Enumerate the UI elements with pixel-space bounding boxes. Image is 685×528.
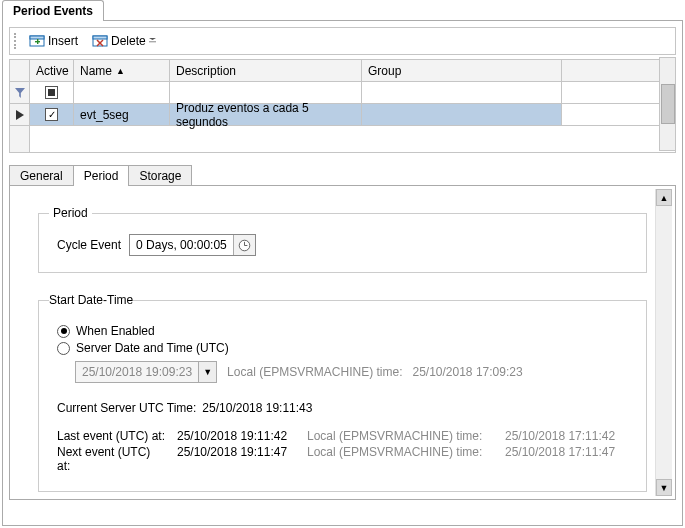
local-time-value: 25/10/2018 17:09:23 — [412, 365, 522, 379]
datetime-input[interactable]: 25/10/2018 19:09:23 ▼ — [75, 361, 217, 383]
cycle-event-input[interactable]: 0 Days, 00:00:05 — [129, 234, 256, 256]
gutter-header — [10, 60, 29, 82]
current-utc-label: Current Server UTC Time: — [57, 401, 196, 415]
cycle-event-label: Cycle Event — [57, 238, 121, 252]
svg-marker-10 — [15, 88, 25, 98]
detail-tabs: General Period Storage — [9, 165, 676, 186]
next-event-label: Next event (UTC) at: — [57, 445, 167, 473]
chevron-down-icon[interactable]: ▼ — [198, 362, 216, 382]
tab-general[interactable]: General — [9, 165, 74, 186]
outer-tab-period-events[interactable]: Period Events — [2, 0, 104, 21]
scroll-up-icon[interactable]: ▲ — [656, 189, 672, 206]
panel-scrollbar[interactable]: ▲ ▼ — [655, 189, 672, 496]
last-event-value: 25/10/2018 19:11:42 — [177, 429, 297, 443]
svg-rect-3 — [37, 39, 38, 44]
grid-scrollbar[interactable] — [659, 57, 676, 151]
next-local-label: Local (EPMSVRMACHINE) time: — [307, 445, 495, 473]
filter-row-icon[interactable] — [10, 82, 29, 104]
insert-button[interactable]: Insert — [24, 30, 83, 52]
radio-when-enabled[interactable]: When Enabled — [57, 324, 628, 338]
radio-icon-selected[interactable] — [57, 325, 70, 338]
svg-marker-11 — [16, 110, 24, 120]
tab-storage[interactable]: Storage — [129, 165, 192, 186]
active-checkbox[interactable]: ✓ — [45, 108, 58, 121]
svg-rect-9 — [149, 41, 156, 42]
dropdown-icon[interactable] — [149, 38, 157, 45]
events-grid: Active Name ▲ Description Group ✓ evt_5s… — [9, 59, 676, 153]
local-time-label: Local (EPMSVRMACHINE) time: — [227, 365, 402, 379]
table-row[interactable]: ✓ evt_5seg Produz eventos a cada 5 segun… — [30, 104, 675, 126]
insert-icon — [29, 33, 45, 49]
current-row-icon — [10, 104, 29, 126]
sort-asc-icon: ▲ — [116, 66, 125, 76]
delete-label: Delete — [111, 34, 146, 48]
grid-header: Active Name ▲ Description Group — [30, 60, 675, 82]
col-description[interactable]: Description — [170, 60, 362, 81]
clock-icon[interactable] — [233, 235, 255, 255]
main-panel: Insert Delete Active — [2, 20, 683, 526]
radio-icon-unselected[interactable] — [57, 342, 70, 355]
delete-button[interactable]: Delete — [87, 30, 162, 52]
svg-rect-5 — [93, 36, 107, 39]
col-group[interactable]: Group — [362, 60, 562, 81]
scroll-down-icon[interactable]: ▼ — [656, 479, 672, 496]
start-datetime-group: Start Date-Time When Enabled Server Date… — [38, 293, 647, 492]
filter-checkbox-icon[interactable] — [45, 86, 58, 99]
server-utc-label: Server Date and Time (UTC) — [76, 341, 229, 355]
toolbar: Insert Delete — [9, 27, 676, 55]
col-name[interactable]: Name ▲ — [74, 60, 170, 81]
sdt-legend: Start Date-Time — [49, 293, 133, 307]
cell-description[interactable]: Produz eventos a cada 5 segundos — [170, 104, 362, 125]
cycle-event-value: 0 Days, 00:00:05 — [130, 238, 233, 252]
scrollbar-thumb[interactable] — [661, 84, 675, 124]
radio-server-utc[interactable]: Server Date and Time (UTC) — [57, 341, 628, 355]
filter-active[interactable] — [30, 82, 74, 103]
svg-marker-8 — [149, 38, 156, 40]
tab-period-panel: Period Cycle Event 0 Days, 00:00:05 Star… — [9, 185, 676, 500]
last-local-label: Local (EPMSVRMACHINE) time: — [307, 429, 495, 443]
when-enabled-label: When Enabled — [76, 324, 155, 338]
cell-name[interactable]: evt_5seg — [74, 104, 170, 125]
toolbar-grip-icon — [14, 33, 18, 49]
svg-rect-1 — [30, 36, 44, 39]
next-local-value: 25/10/2018 17:11:47 — [505, 445, 615, 473]
current-utc-value: 25/10/2018 19:11:43 — [202, 401, 312, 415]
grid-gutter — [10, 60, 30, 152]
period-legend: Period — [49, 206, 92, 220]
period-group: Period Cycle Event 0 Days, 00:00:05 — [38, 206, 647, 273]
col-name-label: Name — [80, 64, 112, 78]
filter-name[interactable] — [74, 82, 170, 103]
datetime-value: 25/10/2018 19:09:23 — [76, 365, 198, 379]
cell-active[interactable]: ✓ — [30, 104, 74, 125]
insert-label: Insert — [48, 34, 78, 48]
cell-group[interactable] — [362, 104, 562, 125]
next-event-value: 25/10/2018 19:11:47 — [177, 445, 297, 473]
filter-group[interactable] — [362, 82, 562, 103]
delete-icon — [92, 33, 108, 49]
scroll-track[interactable] — [656, 206, 672, 479]
last-local-value: 25/10/2018 17:11:42 — [505, 429, 615, 443]
tab-period[interactable]: Period — [74, 165, 130, 186]
col-active[interactable]: Active — [30, 60, 74, 81]
last-event-label: Last event (UTC) at: — [57, 429, 167, 443]
